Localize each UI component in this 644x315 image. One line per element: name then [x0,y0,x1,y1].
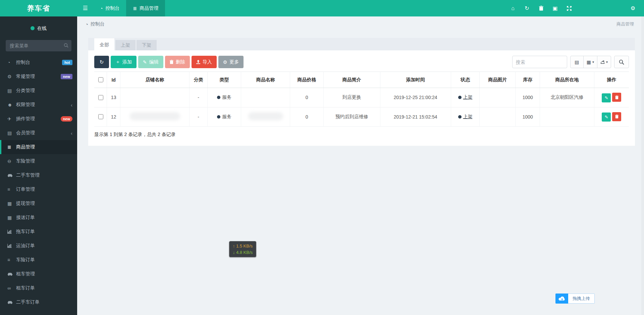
pagination-summary: 显示第 1 到第 2 条记录，总共 2 条记录 [94,132,629,138]
upload-speed: ↑ 1.5 KB/s [233,243,253,249]
table-row: 13 - 服务 0 到店更换 2019-12-25 21:00:24 上架 10… [94,88,629,107]
search-button[interactable] [614,56,629,68]
status-editable-link[interactable]: 上架 [463,94,473,100]
sidebar-item-category[interactable]: ▤ 分类管理 [0,84,77,98]
tachometer-icon: ◔ [100,6,103,11]
sidebar-item-withdraw[interactable]: ▦ 提现管理 [0,196,77,211]
breadcrumb-current[interactable]: 控制台 [91,21,105,27]
select-all-header [94,72,107,88]
network-speed-widget: ↑ 1.5 KB/s ↓ 4.8 KB/s [229,241,256,257]
drag-upload-button[interactable]: 拖拽上传 [555,294,595,304]
row-edit-button[interactable]: ✎ [602,93,611,102]
col-shop: 店铺名称 [120,72,189,88]
sidebar-item-rent-car[interactable]: 租车管理 [0,267,77,281]
sidebar-item-permission[interactable]: ☻ 权限管理 ‹ [0,98,77,112]
cell-name [241,88,290,107]
car-icon [7,174,16,177]
sidebar-item-tow-order[interactable]: 拖车订单 [0,225,77,239]
chevron-left-icon: ‹ [71,130,72,136]
online-dot-icon [31,26,35,30]
trash-icon [170,60,173,64]
cell-status: 上架 [451,88,480,107]
row-delete-button[interactable] [612,93,621,102]
row-edit-button[interactable]: ✎ [602,113,611,122]
detail-view-button[interactable]: ▤ [570,56,584,68]
sidebar-item-pickup-order[interactable]: ▦ 接送订单 [0,211,77,225]
breadcrumb: ◔ 控制台 商品管理 [77,16,644,32]
cell-shop [120,88,189,107]
col-location: 商品所在地 [540,72,594,88]
car-icon [7,301,16,304]
car-icon [7,272,16,276]
pencil-icon: ✎ [143,59,147,65]
tab-on-shelf[interactable]: 上架 [115,40,136,50]
redacted-blur [248,112,283,120]
navbar-right-icons: ⌂ ↻ ▣ ⚙ [506,0,644,16]
users-icon: ☻ [7,102,16,107]
tab-all[interactable]: 全部 [94,38,114,50]
new-badge: new [61,74,72,79]
refresh-icon[interactable]: ↻ [520,0,534,16]
status-editable-link[interactable]: 上架 [463,114,473,119]
sidebar-item-plugin[interactable]: ✈ 插件管理 new [0,112,77,126]
fullscreen-icon[interactable] [562,0,576,16]
trash-icon[interactable] [534,0,548,16]
sidebar-item-goods[interactable]: ≣ 商品管理 [0,140,77,154]
more-button[interactable]: ⚙更多 [218,56,244,68]
sidebar-search [6,40,71,51]
row-delete-button[interactable] [612,112,621,121]
sidebar-item-dashboard[interactable]: ◔ 控制台 hot [0,55,77,70]
import-button[interactable]: 导入 [192,56,217,68]
search-icon [64,43,68,49]
home-icon[interactable]: ⌂ [506,0,520,16]
database-icon: ≣ [133,6,137,11]
drag-upload-label: 拖拽上传 [568,294,595,304]
sidebar-item-car-insurance[interactable]: ⊖ 车险管理 [0,154,77,168]
table-search-input[interactable] [512,56,567,68]
settings-gear-icon[interactable]: ⚙ [626,0,640,16]
hamburger-menu-icon[interactable]: ☰ [77,0,93,16]
vertical-scrollbar[interactable] [641,16,644,315]
col-time: 添加时间 [380,72,451,88]
goods-panel: 全部 上架 下架 ↻ ＋添加 ✎编辑 删除 导入 ⚙更多 [88,38,635,146]
cell-time: 2019-12-21 15:02:54 [380,107,451,127]
nav-tab-dashboard[interactable]: ◔ 控制台 [93,0,126,16]
row-checkbox[interactable] [98,95,103,100]
select-all-checkbox[interactable] [98,77,103,82]
cell-intro: 预约后到店维修 [324,107,380,127]
table-header-row: Id 店铺名称 分类 类型 商品名称 商品价格 商品简介 添加时间 状态 商品图… [94,72,629,88]
col-image: 商品图片 [480,72,516,88]
delete-button[interactable]: 删除 [165,56,190,68]
sidebar-item-oil-order[interactable]: 运油订单 [0,239,77,253]
cell-price: 0 [290,88,324,107]
sidebar-item-insurance-order[interactable]: ≡ 车险订单 [0,253,77,267]
online-status: 在线 [0,16,77,40]
sidebar-item-rent-order[interactable]: ∞ 租车订单 [0,281,77,295]
clear-cache-icon[interactable]: ▣ [548,0,562,16]
edit-button[interactable]: ✎编辑 [138,56,163,68]
refresh-button[interactable]: ↻ [94,56,109,68]
tab-off-shelf[interactable]: 下架 [137,40,157,50]
columns-dropdown-button[interactable]: ▦▾ [583,56,597,68]
export-dropdown-button[interactable]: ▾ [597,56,611,68]
toolbar: ↻ ＋添加 ✎编辑 删除 导入 ⚙更多 ▤ ▦▾ [94,56,629,68]
cell-intro: 到店更换 [324,88,380,107]
sidebar-item-order[interactable]: ≡ 订单管理 [0,182,77,196]
row-checkbox[interactable] [98,114,103,119]
sidebar-search-input[interactable] [6,40,71,51]
sidebar-item-general[interactable]: ⚙ 常规管理 new [0,70,77,84]
upload-icon [196,60,200,64]
nav-tab-goods[interactable]: ≣ 商品管理 [126,0,165,16]
sidebar-item-used-car[interactable]: 二手车管理 [0,168,77,182]
col-intro: 商品简介 [324,72,380,88]
add-button[interactable]: ＋添加 [111,56,137,68]
new-badge: new [61,116,72,122]
status-dot-icon [458,96,462,99]
hot-badge: hot [62,60,72,65]
cell-time: 2019-12-25 21:00:24 [380,88,451,107]
sidebar-item-used-car-order[interactable]: 二手车订单 [0,295,77,309]
col-status: 状态 [451,72,480,88]
sidebar-item-member[interactable]: ▤ 会员管理 ‹ [0,126,77,140]
col-stock: 库存 [516,72,540,88]
status-dot-icon [458,115,462,119]
